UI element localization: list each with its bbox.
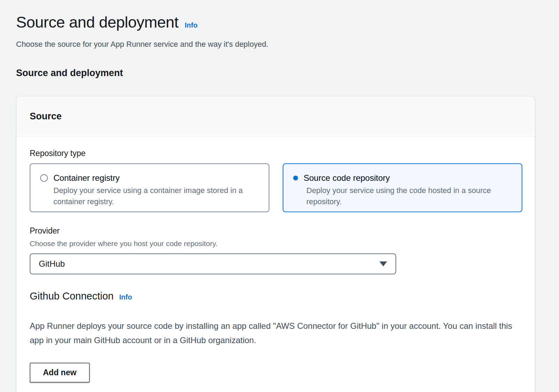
github-connection-body: App Runner deploys your source code by i… [30,319,515,347]
github-connection-info-link[interactable]: Info [119,293,132,301]
provider-select[interactable]: GitHub [30,253,396,274]
source-card: Source Repository type Container registr… [16,96,535,392]
page-header: Source and deployment Info [16,13,543,31]
github-connection-heading: Github Connection [30,290,114,302]
add-new-button[interactable]: Add new [30,363,90,383]
page-title: Source and deployment [16,13,179,31]
provider-select-value: GitHub [39,259,65,269]
provider-description: Choose the provider where you host your … [30,239,522,249]
caret-down-icon [379,261,387,266]
tile-container-registry[interactable]: Container registry Deploy your service u… [30,163,269,212]
tile-source-code-repository-title: Source code repository [304,173,390,183]
page-info-link[interactable]: Info [185,21,198,29]
tile-source-code-repository-description: Deploy your service using the code hoste… [306,185,502,207]
repository-type-tiles: Container registry Deploy your service u… [30,163,522,212]
repository-type-label: Repository type [30,148,522,158]
source-card-header: Source [16,96,535,137]
section-heading: Source and deployment [16,68,543,79]
tile-container-registry-title: Container registry [53,173,119,183]
provider-label: Provider [30,225,522,236]
tile-container-registry-description: Deploy your service using a container im… [53,185,249,207]
github-connection-header: Github Connection Info [30,290,522,302]
source-card-body: Repository type Container registry Deplo… [16,137,535,392]
radio-container-registry-icon[interactable] [40,174,48,182]
tile-source-code-repository[interactable]: Source code repository Deploy your servi… [283,163,522,212]
page: Source and deployment Info Choose the so… [0,0,559,392]
radio-source-code-repository-icon[interactable] [293,176,298,180]
page-subtitle: Choose the source for your App Runner se… [16,39,543,50]
source-card-title: Source [30,111,522,122]
